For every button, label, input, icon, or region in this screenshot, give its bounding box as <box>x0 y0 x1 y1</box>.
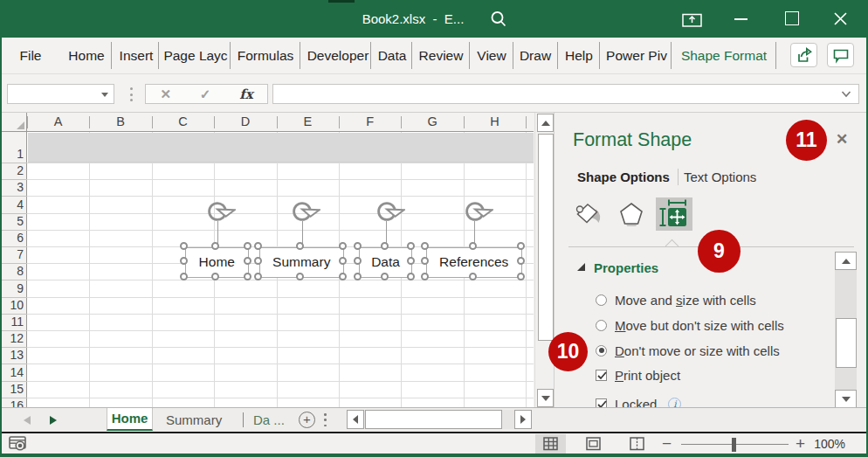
selection-handle[interactable] <box>517 273 525 280</box>
selection-handle[interactable] <box>469 273 477 280</box>
sheet-tab-summary[interactable]: Summary <box>166 408 222 431</box>
radio-icon[interactable] <box>596 294 607 306</box>
ribbon-tab-insert[interactable]: Insert <box>120 38 154 74</box>
row-header-12[interactable]: 12 <box>2 331 24 345</box>
row-header-4[interactable]: 4 <box>2 197 24 211</box>
ribbon-tab-draw[interactable]: Draw <box>520 38 551 74</box>
zoom-level[interactable]: 100% <box>810 437 845 451</box>
selection-handle[interactable] <box>407 273 415 280</box>
page-layout-view-icon[interactable] <box>586 437 601 451</box>
selection-handle[interactable] <box>381 242 389 250</box>
zoom-slider-thumb[interactable] <box>732 438 736 452</box>
sheet-nav-right-icon[interactable] <box>50 416 57 425</box>
select-all-corner[interactable] <box>2 113 27 132</box>
formula-bar-expand-icon[interactable] <box>841 90 851 98</box>
grid-vertical-scrollbar[interactable] <box>534 113 554 407</box>
row-header-9[interactable]: 9 <box>2 281 24 295</box>
selection-handle[interactable] <box>211 242 219 250</box>
selection-handle[interactable] <box>517 257 525 265</box>
enter-button[interactable]: ✓ <box>200 87 211 102</box>
row-header-13[interactable]: 13 <box>2 348 24 362</box>
zoom-out-button[interactable]: − <box>662 434 672 454</box>
pane-scroll-thumb[interactable] <box>836 318 857 368</box>
shape-home[interactable]: Home <box>185 247 249 278</box>
radio-move-and-size[interactable]: Move and size with cells <box>596 293 756 307</box>
rotate-handle-icon[interactable] <box>375 200 405 223</box>
radio-move-but-dont-size[interactable]: Move but don't size with cells <box>596 318 784 332</box>
section-collapse-icon[interactable] <box>577 263 585 271</box>
vertical-scroll-thumb[interactable] <box>538 134 554 341</box>
selection-handle[interactable] <box>296 242 304 250</box>
ribbon-tab-shape-format[interactable]: Shape Format <box>681 38 767 74</box>
selection-handle[interactable] <box>469 242 477 250</box>
cancel-button[interactable]: ✕ <box>160 87 171 102</box>
column-header-c[interactable]: C <box>152 113 214 131</box>
row-header-16[interactable]: 16 <box>2 398 24 407</box>
ribbon-tab-formulas[interactable]: Formulas <box>238 38 294 74</box>
selection-handle[interactable] <box>254 242 262 250</box>
search-icon[interactable] <box>489 10 508 29</box>
row-header-2[interactable]: 2 <box>2 163 24 177</box>
column-header-d[interactable]: D <box>214 113 276 131</box>
ribbon-tab-review[interactable]: Review <box>419 38 464 74</box>
ribbon-tab-data[interactable]: Data <box>378 38 407 74</box>
name-box[interactable] <box>7 84 114 104</box>
macro-recording-icon[interactable] <box>9 436 26 451</box>
zoom-in-button[interactable]: + <box>796 434 805 454</box>
column-header-a[interactable]: A <box>27 113 89 131</box>
sheet-nav-left-icon[interactable] <box>24 416 31 425</box>
ribbon-tab-home[interactable]: Home <box>68 38 104 74</box>
checkbox-print-object[interactable]: Print object <box>596 368 680 382</box>
pane-close-button[interactable]: ✕ <box>836 130 848 149</box>
ribbon-tab-page-layc[interactable]: Page Layc <box>163 38 227 74</box>
pane-scroll-down-button[interactable] <box>835 390 857 408</box>
ribbon-tab-help[interactable]: Help <box>565 38 593 74</box>
row-header-3[interactable]: 3 <box>2 180 24 194</box>
row-header-5[interactable]: 5 <box>2 214 24 228</box>
radio-icon[interactable] <box>596 320 607 331</box>
column-header-e[interactable]: E <box>277 113 339 131</box>
fill-line-icon-tab[interactable] <box>570 197 607 231</box>
pane-scroll-up-button[interactable] <box>835 252 857 270</box>
ribbon-tab-developer[interactable]: Developer <box>307 38 369 74</box>
shape-summary[interactable]: Summary <box>259 247 345 278</box>
effects-icon-tab[interactable] <box>613 197 650 231</box>
worksheet-grid[interactable]: ABCDEFGH 12345678910111213141516 HomeSum… <box>2 113 534 407</box>
selection-handle[interactable] <box>244 242 251 250</box>
scroll-up-button[interactable] <box>537 114 554 132</box>
radio-dont-move-or-size[interactable]: Don't move or size with cells <box>596 343 780 357</box>
row-header-11[interactable]: 11 <box>2 315 24 329</box>
ribbon-tab-power-piv[interactable]: Power Piv <box>606 38 667 74</box>
selection-handle[interactable] <box>381 273 389 280</box>
ribbon-display-options-icon[interactable] <box>682 10 702 27</box>
sheet-tab-da[interactable]: Da ... <box>253 408 285 431</box>
close-window-button[interactable] <box>833 11 848 26</box>
row-header-1[interactable]: 1 <box>2 147 24 161</box>
size-properties-icon-tab[interactable] <box>656 197 692 231</box>
selection-handle[interactable] <box>254 257 262 265</box>
selection-handle[interactable] <box>354 242 362 250</box>
shape-data[interactable]: Data <box>359 247 412 278</box>
scroll-right-button[interactable] <box>514 410 532 429</box>
column-header-f[interactable]: F <box>339 113 401 131</box>
selection-handle[interactable] <box>339 242 347 250</box>
selection-handle[interactable] <box>421 273 429 280</box>
row-header-10[interactable]: 10 <box>2 298 24 312</box>
row-header-7[interactable]: 7 <box>2 247 24 261</box>
row-header-8[interactable]: 8 <box>2 264 24 278</box>
selection-handle[interactable] <box>354 273 362 280</box>
new-sheet-button[interactable]: + <box>299 412 315 428</box>
selection-handle[interactable] <box>244 273 251 280</box>
name-box-dropdown-icon[interactable] <box>101 93 108 97</box>
insert-function-button[interactable]: fx <box>239 87 252 102</box>
maximize-button[interactable] <box>785 11 799 25</box>
grid-horizontal-scrollbar[interactable] <box>347 410 532 429</box>
ribbon-tab-file[interactable]: File <box>20 38 42 74</box>
normal-view-icon[interactable] <box>543 437 558 451</box>
selection-handle[interactable] <box>517 242 525 250</box>
minimize-button[interactable] <box>734 18 747 20</box>
tab-text-options[interactable]: Text Options <box>684 170 756 184</box>
column-header-h[interactable]: H <box>464 113 526 131</box>
horizontal-scroll-thumb[interactable] <box>365 410 502 429</box>
column-header-b[interactable]: B <box>89 113 151 131</box>
